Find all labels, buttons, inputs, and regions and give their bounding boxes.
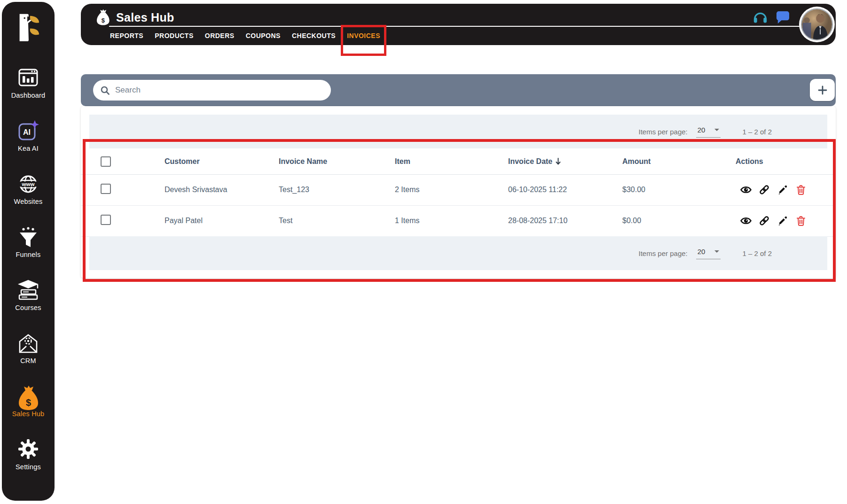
sidebar-nav: Dashboard AI Kea AI www Websites Funnels… (2, 67, 55, 471)
items-per-page-label: Items per page: (639, 128, 688, 136)
header-divider (109, 26, 829, 27)
search-toolbar (81, 74, 836, 106)
app-logo-icon[interactable] (15, 12, 42, 41)
globe-www-icon: www (17, 173, 39, 194)
copy-link-icon[interactable] (759, 215, 770, 226)
cell-invoice-name: Test_123 (269, 186, 385, 194)
kea-ai-icon: AI (17, 120, 39, 141)
chevron-down-icon (714, 250, 719, 253)
paginator-bottom: Items per page: 20 1 – 2 of 2 (89, 236, 827, 270)
sidebar-item-label: Funnels (16, 251, 41, 258)
tab-reports[interactable]: REPORTS (110, 32, 143, 39)
sidebar-item-label: Settings (16, 463, 41, 471)
chevron-down-icon (714, 129, 719, 131)
crm-envelope-gear-icon (17, 332, 39, 354)
view-icon[interactable] (740, 215, 752, 226)
tab-coupons[interactable]: COUPONS (246, 32, 281, 39)
page-size-value: 20 (698, 248, 706, 256)
edit-icon[interactable] (777, 215, 788, 226)
invoices-table-card: Items per page: 20 1 – 2 of 2 Customer I… (81, 106, 836, 278)
search-input[interactable] (114, 85, 323, 95)
svg-text:$: $ (102, 17, 105, 24)
items-per-page-label: Items per page: (639, 249, 688, 257)
sidebar-item-dashboard[interactable]: Dashboard (2, 67, 55, 99)
column-header-amount[interactable]: Amount (613, 157, 726, 166)
search-box[interactable] (93, 80, 331, 101)
column-header-actions: Actions (726, 157, 836, 166)
search-icon (101, 86, 110, 95)
top-header-bar: $ Sales Hub REPORTS PRODUCTS ORDERS COUP… (81, 4, 836, 45)
row-checkbox[interactable] (101, 215, 111, 225)
tab-products[interactable]: PRODUCTS (155, 32, 194, 39)
cell-customer: Devesh Srivastava (155, 186, 269, 194)
user-avatar[interactable] (799, 7, 835, 42)
dashboard-icon (17, 67, 39, 88)
sidebar-item-label: CRM (20, 357, 36, 364)
plus-icon (818, 85, 827, 95)
avatar-photo (801, 8, 833, 40)
column-header-item[interactable]: Item (385, 157, 499, 166)
annotation-box-invoices-tab (341, 25, 386, 56)
cell-invoice-date: 06-10-2025 11:22 (499, 186, 613, 194)
headset-icon[interactable] (753, 10, 768, 24)
add-invoice-button[interactable] (810, 79, 835, 101)
svg-text:www: www (22, 181, 35, 187)
cell-item: 2 Items (385, 186, 499, 194)
delete-icon[interactable] (795, 184, 807, 195)
tab-orders[interactable]: ORDERS (205, 32, 235, 39)
sidebar-item-crm[interactable]: CRM (2, 332, 55, 364)
column-header-invoice-date[interactable]: Invoice Date (499, 157, 613, 166)
cell-item: 1 Items (385, 217, 499, 225)
row-checkbox[interactable] (101, 184, 111, 194)
select-all-checkbox[interactable] (101, 156, 111, 167)
column-header-invoice-name[interactable]: Invoice Name (269, 157, 385, 166)
cell-customer: Payal Patel (155, 217, 269, 225)
cell-invoice-date: 28-08-2025 17:10 (499, 217, 613, 225)
sidebar-item-label: Courses (15, 304, 41, 311)
column-header-label: Invoice Date (508, 157, 552, 166)
tab-invoices-label: INVOICES (347, 32, 380, 39)
column-header-customer[interactable]: Customer (155, 157, 269, 166)
sidebar-item-settings[interactable]: Settings (2, 438, 55, 471)
money-bag-icon: $ (17, 385, 39, 407)
sidebar-item-label: Websites (14, 198, 43, 205)
cell-amount: $30.00 (613, 186, 726, 194)
table-row: Devesh Srivastava Test_123 2 Items 06-10… (81, 174, 836, 206)
sidebar-item-kea-ai[interactable]: AI Kea AI (2, 120, 55, 152)
paginator-top: Items per page: 20 1 – 2 of 2 (89, 115, 827, 148)
svg-text:$: $ (26, 397, 31, 408)
tab-invoices[interactable]: INVOICES (347, 32, 380, 39)
table-header-row: Customer Invoice Name Item Invoice Date … (81, 148, 836, 175)
header-tabs: REPORTS PRODUCTS ORDERS COUPONS CHECKOUT… (110, 32, 380, 39)
sidebar: Dashboard AI Kea AI www Websites Funnels… (2, 2, 55, 501)
sidebar-item-websites[interactable]: www Websites (2, 173, 55, 205)
sidebar-item-sales-hub[interactable]: $ Sales Hub (2, 385, 55, 418)
page-range-label: 1 – 2 of 2 (742, 128, 772, 136)
delete-icon[interactable] (795, 215, 807, 226)
edit-icon[interactable] (777, 184, 788, 195)
chat-icon[interactable] (776, 11, 790, 23)
sidebar-item-funnels[interactable]: Funnels (2, 226, 55, 258)
sidebar-item-label: Sales Hub (12, 410, 45, 418)
sidebar-item-label: Dashboard (11, 92, 46, 99)
page-title: Sales Hub (116, 11, 174, 24)
sort-desc-arrow-icon (556, 158, 561, 165)
funnel-icon (17, 226, 39, 248)
svg-text:AI: AI (23, 128, 31, 136)
tab-checkouts[interactable]: CHECKOUTS (292, 32, 336, 39)
page-size-value: 20 (698, 126, 706, 134)
page-size-select[interactable]: 20 (696, 248, 721, 259)
row-actions (726, 215, 836, 226)
view-icon[interactable] (740, 184, 752, 195)
money-bag-icon: $ (96, 9, 110, 26)
courses-icon (17, 279, 39, 301)
copy-link-icon[interactable] (759, 184, 770, 195)
table-row: Payal Patel Test 1 Items 28-08-2025 17:1… (81, 205, 836, 237)
page-size-select[interactable]: 20 (696, 126, 721, 138)
gear-icon (17, 438, 39, 460)
cell-invoice-name: Test (269, 217, 385, 225)
sidebar-item-label: Kea AI (18, 145, 39, 152)
sidebar-item-courses[interactable]: Courses (2, 279, 55, 311)
cell-amount: $0.00 (613, 217, 726, 225)
row-actions (726, 184, 836, 195)
